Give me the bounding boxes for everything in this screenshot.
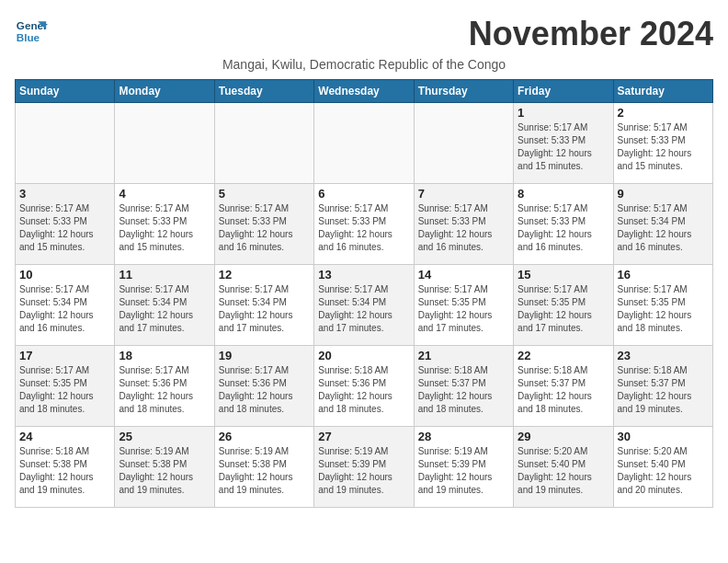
day-info: Sunrise: 5:17 AMSunset: 5:35 PMDaylight:…	[19, 364, 110, 416]
page-header: General Blue November 2024	[15, 15, 713, 53]
day-number: 11	[119, 268, 210, 282]
day-number: 20	[318, 349, 409, 362]
calendar-day-cell: 5Sunrise: 5:17 AMSunset: 5:33 PMDaylight…	[214, 184, 313, 265]
day-info: Sunrise: 5:18 AMSunset: 5:37 PMDaylight:…	[618, 364, 709, 416]
calendar-header-saturday: Saturday	[613, 80, 712, 103]
calendar-day-cell: 4Sunrise: 5:17 AMSunset: 5:33 PMDaylight…	[115, 184, 214, 265]
day-number: 24	[19, 430, 110, 443]
day-number: 21	[418, 349, 509, 362]
day-info: Sunrise: 5:18 AMSunset: 5:37 PMDaylight:…	[518, 364, 609, 416]
calendar-day-cell: 18Sunrise: 5:17 AMSunset: 5:36 PMDayligh…	[115, 346, 214, 427]
calendar-day-cell: 25Sunrise: 5:19 AMSunset: 5:38 PMDayligh…	[115, 427, 214, 508]
calendar-day-cell: 8Sunrise: 5:17 AMSunset: 5:33 PMDaylight…	[514, 184, 613, 265]
calendar-day-cell: 20Sunrise: 5:18 AMSunset: 5:36 PMDayligh…	[314, 346, 414, 427]
calendar-week-5: 24Sunrise: 5:18 AMSunset: 5:38 PMDayligh…	[16, 427, 713, 508]
calendar-header-friday: Friday	[514, 80, 613, 103]
calendar-day-cell: 3Sunrise: 5:17 AMSunset: 5:33 PMDaylight…	[16, 184, 115, 265]
day-info: Sunrise: 5:18 AMSunset: 5:36 PMDaylight:…	[318, 364, 409, 416]
day-info: Sunrise: 5:17 AMSunset: 5:34 PMDaylight:…	[119, 283, 210, 335]
day-info: Sunrise: 5:18 AMSunset: 5:38 PMDaylight:…	[19, 445, 110, 497]
day-number: 19	[219, 349, 310, 362]
day-number: 12	[219, 268, 310, 282]
day-info: Sunrise: 5:17 AMSunset: 5:36 PMDaylight:…	[219, 364, 310, 416]
calendar-day-cell: 12Sunrise: 5:17 AMSunset: 5:34 PMDayligh…	[214, 265, 313, 346]
day-info: Sunrise: 5:17 AMSunset: 5:34 PMDaylight:…	[318, 283, 409, 335]
day-number: 7	[418, 187, 509, 201]
calendar-day-cell: 28Sunrise: 5:19 AMSunset: 5:39 PMDayligh…	[414, 427, 513, 508]
day-number: 27	[318, 430, 409, 443]
calendar-week-4: 17Sunrise: 5:17 AMSunset: 5:35 PMDayligh…	[16, 346, 713, 427]
calendar-day-cell	[214, 103, 313, 184]
day-info: Sunrise: 5:19 AMSunset: 5:38 PMDaylight:…	[119, 445, 210, 497]
day-info: Sunrise: 5:20 AMSunset: 5:40 PMDaylight:…	[618, 445, 709, 497]
day-number: 3	[19, 187, 110, 201]
calendar-day-cell: 11Sunrise: 5:17 AMSunset: 5:34 PMDayligh…	[115, 265, 214, 346]
calendar-day-cell: 1Sunrise: 5:17 AMSunset: 5:33 PMDaylight…	[514, 103, 613, 184]
day-number: 4	[119, 187, 210, 201]
calendar-header-thursday: Thursday	[414, 80, 513, 103]
calendar-table: SundayMondayTuesdayWednesdayThursdayFrid…	[15, 79, 713, 508]
calendar-day-cell: 2Sunrise: 5:17 AMSunset: 5:33 PMDaylight…	[613, 103, 712, 184]
calendar-day-cell: 24Sunrise: 5:18 AMSunset: 5:38 PMDayligh…	[16, 427, 115, 508]
day-number: 1	[518, 106, 609, 120]
calendar-day-cell: 9Sunrise: 5:17 AMSunset: 5:34 PMDaylight…	[613, 184, 712, 265]
day-info: Sunrise: 5:17 AMSunset: 5:33 PMDaylight:…	[518, 121, 609, 173]
calendar-day-cell: 19Sunrise: 5:17 AMSunset: 5:36 PMDayligh…	[214, 346, 313, 427]
calendar-week-1: 1Sunrise: 5:17 AMSunset: 5:33 PMDaylight…	[16, 103, 713, 184]
day-number: 6	[318, 187, 409, 201]
day-number: 17	[19, 349, 110, 362]
calendar-day-cell	[16, 103, 115, 184]
calendar-day-cell: 14Sunrise: 5:17 AMSunset: 5:35 PMDayligh…	[414, 265, 513, 346]
calendar-week-2: 3Sunrise: 5:17 AMSunset: 5:33 PMDaylight…	[16, 184, 713, 265]
day-number: 29	[518, 430, 609, 443]
calendar-day-cell: 6Sunrise: 5:17 AMSunset: 5:33 PMDaylight…	[314, 184, 414, 265]
calendar-day-cell: 7Sunrise: 5:17 AMSunset: 5:33 PMDaylight…	[414, 184, 513, 265]
day-info: Sunrise: 5:19 AMSunset: 5:39 PMDaylight:…	[318, 445, 409, 497]
svg-text:Blue: Blue	[17, 31, 40, 43]
day-number: 8	[518, 187, 609, 201]
day-number: 28	[418, 430, 509, 443]
day-number: 16	[618, 268, 709, 282]
day-info: Sunrise: 5:17 AMSunset: 5:34 PMDaylight:…	[219, 283, 310, 335]
day-info: Sunrise: 5:17 AMSunset: 5:33 PMDaylight:…	[418, 202, 509, 254]
day-info: Sunrise: 5:19 AMSunset: 5:38 PMDaylight:…	[219, 445, 310, 497]
calendar-day-cell	[115, 103, 214, 184]
title-area: November 2024	[469, 15, 713, 53]
day-info: Sunrise: 5:20 AMSunset: 5:40 PMDaylight:…	[518, 445, 609, 497]
calendar-day-cell: 13Sunrise: 5:17 AMSunset: 5:34 PMDayligh…	[314, 265, 414, 346]
day-info: Sunrise: 5:19 AMSunset: 5:39 PMDaylight:…	[418, 445, 509, 497]
calendar-day-cell: 29Sunrise: 5:20 AMSunset: 5:40 PMDayligh…	[514, 427, 613, 508]
day-info: Sunrise: 5:17 AMSunset: 5:33 PMDaylight:…	[219, 202, 310, 254]
day-info: Sunrise: 5:17 AMSunset: 5:33 PMDaylight:…	[518, 202, 609, 254]
month-title: November 2024	[469, 15, 713, 53]
calendar-day-cell: 16Sunrise: 5:17 AMSunset: 5:35 PMDayligh…	[613, 265, 712, 346]
subtitle: Mangai, Kwilu, Democratic Republic of th…	[15, 57, 713, 72]
day-number: 13	[318, 268, 409, 282]
calendar-header-tuesday: Tuesday	[214, 80, 313, 103]
day-number: 14	[418, 268, 509, 282]
calendar-week-3: 10Sunrise: 5:17 AMSunset: 5:34 PMDayligh…	[16, 265, 713, 346]
day-number: 2	[618, 106, 709, 120]
calendar-header-monday: Monday	[115, 80, 214, 103]
day-number: 10	[19, 268, 110, 282]
day-info: Sunrise: 5:18 AMSunset: 5:37 PMDaylight:…	[418, 364, 509, 416]
day-info: Sunrise: 5:17 AMSunset: 5:33 PMDaylight:…	[19, 202, 110, 254]
day-info: Sunrise: 5:17 AMSunset: 5:33 PMDaylight:…	[119, 202, 210, 254]
calendar-day-cell: 15Sunrise: 5:17 AMSunset: 5:35 PMDayligh…	[514, 265, 613, 346]
day-number: 18	[119, 349, 210, 362]
calendar-day-cell: 17Sunrise: 5:17 AMSunset: 5:35 PMDayligh…	[16, 346, 115, 427]
day-number: 5	[219, 187, 310, 201]
day-info: Sunrise: 5:17 AMSunset: 5:33 PMDaylight:…	[618, 121, 709, 173]
calendar-day-cell: 27Sunrise: 5:19 AMSunset: 5:39 PMDayligh…	[314, 427, 414, 508]
day-info: Sunrise: 5:17 AMSunset: 5:36 PMDaylight:…	[119, 364, 210, 416]
calendar-day-cell	[314, 103, 414, 184]
day-number: 9	[618, 187, 709, 201]
day-info: Sunrise: 5:17 AMSunset: 5:34 PMDaylight:…	[19, 283, 110, 335]
day-number: 30	[618, 430, 709, 443]
logo: General Blue	[15, 15, 48, 48]
calendar-header-row: SundayMondayTuesdayWednesdayThursdayFrid…	[16, 80, 713, 103]
day-number: 23	[618, 349, 709, 362]
day-info: Sunrise: 5:17 AMSunset: 5:35 PMDaylight:…	[518, 283, 609, 335]
day-number: 22	[518, 349, 609, 362]
calendar-day-cell: 26Sunrise: 5:19 AMSunset: 5:38 PMDayligh…	[214, 427, 313, 508]
